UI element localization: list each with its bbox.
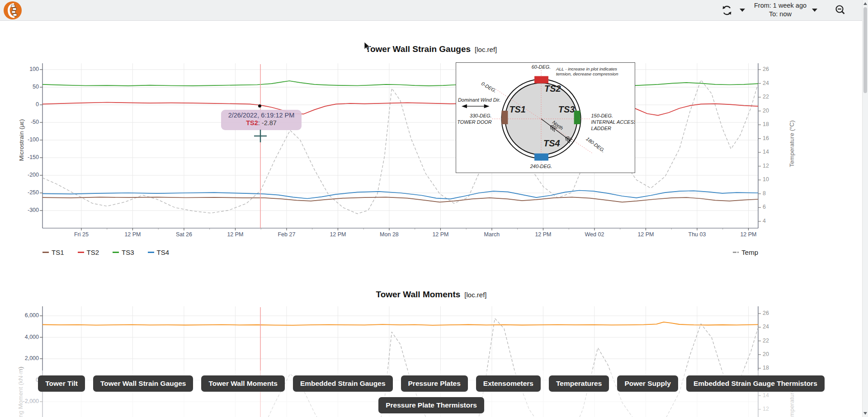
- y-tick-label-right: 14: [763, 149, 781, 155]
- inset-label-240deg: 240-DEG.: [530, 164, 552, 169]
- y-tick-label-right: 16: [763, 135, 781, 141]
- gauge-ts3-marker: [574, 111, 580, 124]
- inset-label-0deg: 0-DEG.: [481, 81, 498, 94]
- series-moment: [42, 322, 758, 325]
- x-tick-label: 12 PM: [317, 231, 358, 238]
- temp-legend-dash-icon: [733, 252, 739, 253]
- x-tick-label: 12 PM: [420, 231, 461, 238]
- tooltip-series-name: TS2: [246, 119, 258, 127]
- chart1-legend: TS1TS2TS3TS4 Temp: [42, 248, 758, 256]
- nav-button-temperatures[interactable]: Temperatures: [549, 375, 609, 392]
- gauge-ts2-marker: [534, 76, 548, 83]
- y-tick-label: -200: [15, 172, 39, 178]
- legend-item-ts4[interactable]: TS4: [148, 248, 170, 256]
- y-tick-label-right: 20: [763, 108, 781, 114]
- y-tick-label-right: 4: [763, 218, 781, 224]
- nav-button-tower-tilt[interactable]: Tower Tilt: [38, 375, 85, 392]
- crosshair-cursor-icon: [254, 130, 267, 142]
- y-tick-label: 50: [15, 84, 39, 90]
- strain-chart-plot[interactable]: [38, 63, 763, 235]
- legend-dash-icon: [148, 252, 154, 253]
- y-tick-label-right: 26: [763, 66, 781, 72]
- y-tick-label-right: 22: [763, 337, 781, 344]
- y-tick-label-right: 10: [763, 176, 781, 183]
- nav-button-tower-wall-moments[interactable]: Tower Wall Moments: [201, 375, 284, 392]
- y-tick-label-right: 24: [763, 323, 781, 330]
- x-tick-label: Fri 25: [61, 231, 102, 238]
- page-scrollbar[interactable]: [862, 0, 868, 417]
- app-logo-icon[interactable]: [4, 1, 22, 19]
- y-tick-label-right: 24: [763, 80, 781, 86]
- scrollbar-thumb[interactable]: [863, 7, 867, 93]
- nav-button-pressure-plates[interactable]: Pressure Plates: [401, 375, 468, 392]
- y-tick-label-right: 26: [763, 310, 781, 316]
- chart-tooltip: 2/26/2022, 6:19:12 PM TS2: -2.87: [221, 110, 302, 130]
- y-tick-label: 0: [15, 101, 39, 108]
- time-range-picker[interactable]: From: 1 week ago To: now: [750, 1, 810, 19]
- mouse-pointer-icon: [364, 42, 371, 52]
- legend-dash-icon: [113, 252, 119, 253]
- hover-datapoint-dot: [258, 104, 261, 108]
- inset-label-ts4: TS4: [543, 138, 560, 148]
- chart1-title-text: Tower Wall Strain Gauges: [366, 44, 471, 54]
- y-tick-label: 100: [15, 66, 39, 72]
- chart2-title-suffix: [loc.ref]: [464, 291, 486, 299]
- y-tick-label-right: 6: [763, 204, 781, 210]
- x-tick-label: 12 PM: [728, 231, 769, 238]
- x-tick-label: 12 PM: [215, 231, 255, 238]
- chart2-title: Tower Wall Moments[loc.ref]: [0, 290, 863, 300]
- tooltip-separator: :: [258, 119, 262, 127]
- time-range-from: From: 1 week ago: [750, 1, 810, 10]
- nav-button-tower-wall-strain-gauges[interactable]: Tower Wall Strain Gauges: [93, 375, 193, 392]
- nav-button-embedded-strain-gauges[interactable]: Embedded Strain Gauges: [293, 375, 393, 392]
- y-tick-label-right: 20: [763, 351, 781, 357]
- nav-button-power-supply[interactable]: Power Supply: [617, 375, 678, 392]
- legend-item-temp[interactable]: Temp: [733, 248, 758, 256]
- zoom-out-icon[interactable]: [834, 4, 846, 16]
- wind-arrow-right-head: [484, 104, 490, 108]
- chart1-title: Tower Wall Strain Gauges[loc.ref]: [0, 44, 863, 54]
- nav-button-embedded-strain-gauge-thermistors[interactable]: Embedded Strain Gauge Thermistors: [686, 375, 825, 392]
- x-tick-label: 12 PM: [523, 231, 563, 238]
- legend-label: TS2: [87, 248, 99, 256]
- series-ts3: [42, 81, 758, 86]
- x-tick-label: 12 PM: [112, 231, 153, 238]
- y-tick-label: 6,000: [15, 312, 39, 319]
- y-tick-label: -150: [15, 154, 39, 160]
- y-tick-label: -100: [15, 136, 39, 143]
- dashboard-page: From: 1 week ago To: now Tower Wall Stra…: [0, 0, 868, 417]
- refresh-interval-caret-icon[interactable]: [740, 9, 745, 12]
- x-tick-label: 12 PM: [625, 231, 666, 238]
- scrollbar-down-arrow-icon[interactable]: [863, 412, 867, 415]
- y-tick-label-right: 18: [763, 365, 781, 371]
- top-bar: From: 1 week ago To: now: [0, 0, 868, 21]
- gauge-ts4-marker: [534, 154, 548, 161]
- chart1-title-suffix: [loc.ref]: [475, 46, 497, 53]
- nav-button-extensometers[interactable]: Extensometers: [476, 375, 541, 392]
- chart1-yaxis-right-title: Temperature (°C): [788, 120, 795, 167]
- x-tick-label: March: [472, 231, 512, 238]
- inset-label-wind: Dominant Wind Dir.: [458, 97, 500, 103]
- y-tick-label-right: 22: [763, 94, 781, 100]
- legend-label: TS4: [157, 248, 170, 256]
- x-tick-label: Feb 27: [266, 231, 307, 238]
- time-range-caret-icon[interactable]: [812, 9, 817, 12]
- x-tick-label: Sat 26: [164, 231, 204, 238]
- scrollbar-up-arrow-icon[interactable]: [863, 2, 867, 5]
- inset-label-ts2: TS2: [544, 84, 561, 94]
- legend-item-ts2[interactable]: TS2: [78, 248, 99, 256]
- x-tick-label: Mon 28: [369, 231, 410, 238]
- y-tick-label-right: 18: [763, 121, 781, 127]
- nav-button-pressure-plate-thermistors[interactable]: Pressure Plate Thermistors: [378, 397, 484, 413]
- refresh-icon[interactable]: [722, 5, 732, 16]
- tooltip-timestamp: 2/26/2022, 6:19:12 PM: [221, 112, 302, 119]
- legend-dash-icon: [78, 252, 84, 253]
- inset-label-330deg: 330-DEG.: [470, 113, 492, 118]
- inset-label-ts1: TS1: [509, 104, 525, 114]
- legend-item-ts1[interactable]: TS1: [42, 248, 64, 256]
- series-ts2: [42, 103, 758, 116]
- y-tick-label: 2,000: [15, 355, 39, 361]
- wind-arrow-left-head: [462, 104, 467, 108]
- x-tick-label: Thu 03: [677, 231, 717, 238]
- legend-item-ts3[interactable]: TS3: [113, 248, 134, 256]
